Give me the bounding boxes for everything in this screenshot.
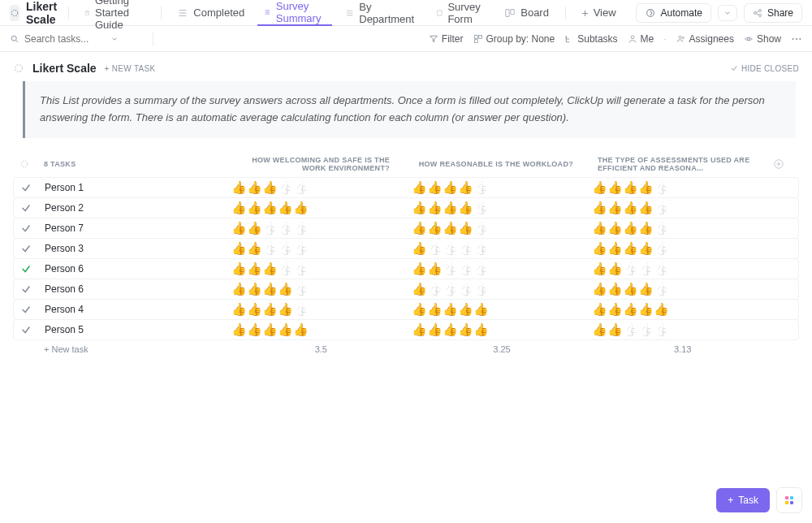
rating-cell[interactable]: 👍👍👍👍👍	[412, 323, 576, 335]
rating-cell[interactable]: 👍👍👍👍👍	[231, 323, 395, 335]
thumb-icon: 👍	[458, 242, 473, 254]
table-row[interactable]: Person 6👍👍👍👍👍👍👍👍👍👍👍👍👍👍👍	[13, 279, 799, 300]
tab-completed[interactable]: Completed	[171, 0, 251, 26]
table-row[interactable]: Person 3👍👍👍👍👍👍👍👍👍👍👍👍👍👍👍	[13, 238, 799, 259]
table-row[interactable]: Person 4👍👍👍👍👍👍👍👍👍👍👍👍👍👍👍	[13, 299, 799, 320]
rating-cell[interactable]: 👍👍👍👍👍	[592, 262, 756, 274]
svg-rect-25	[478, 35, 482, 38]
thumb-icon: 👍	[262, 242, 278, 254]
thumb-icon: 👍	[427, 201, 443, 214]
rating-cell[interactable]: 👍👍👍👍👍	[412, 262, 576, 274]
tab-survey-summary[interactable]: Survey Summary	[257, 0, 332, 26]
rating-cell[interactable]: 👍👍👍👍👍	[231, 181, 395, 193]
show-button[interactable]: Show	[744, 33, 781, 45]
check-icon[interactable]	[20, 263, 32, 274]
svg-line-23	[16, 40, 18, 41]
thumb-icon: 👍	[592, 262, 607, 274]
table-row[interactable]: Person 6👍👍👍👍👍👍👍👍👍👍👍👍👍👍👍	[13, 258, 799, 279]
tab-add-view[interactable]: + View	[575, 0, 622, 26]
thumb-icon: 👍	[473, 242, 489, 254]
add-column-icon[interactable]	[773, 158, 784, 170]
check-icon[interactable]	[20, 304, 32, 315]
status-circle-icon[interactable]	[13, 63, 24, 74]
thumb-icon: 👍	[412, 283, 427, 295]
svg-point-30	[747, 37, 749, 40]
thumb-icon: 👍	[607, 262, 623, 274]
chevron-down-icon[interactable]	[110, 35, 119, 43]
table-row[interactable]: Person 1👍👍👍👍👍👍👍👍👍👍👍👍👍👍👍	[13, 177, 799, 198]
rating-cell[interactable]: 👍👍👍👍👍	[412, 222, 576, 234]
person-icon	[628, 34, 637, 44]
status-circle-icon[interactable]	[19, 159, 29, 169]
group-by-button[interactable]: Group by: None	[473, 33, 555, 45]
new-task-footer[interactable]: + New task	[44, 344, 89, 354]
thumb-icon: 👍	[427, 303, 443, 315]
thumb-icon: 👍	[293, 283, 309, 295]
rating-cell[interactable]: 👍👍👍👍👍	[231, 222, 395, 234]
check-icon[interactable]	[20, 202, 32, 214]
rating-cell[interactable]: 👍👍👍👍👍	[412, 303, 576, 315]
thumb-icon: 👍	[638, 222, 654, 234]
thumb-icon: 👍	[638, 283, 654, 295]
hide-closed-button[interactable]: HIDE CLOSED	[730, 64, 799, 73]
check-icon[interactable]	[20, 223, 32, 234]
thumb-icon: 👍	[607, 283, 623, 295]
rating-cell[interactable]: 👍👍👍👍👍	[592, 303, 756, 315]
eye-icon	[744, 34, 754, 44]
rating-cell[interactable]: 👍👍👍👍👍	[231, 303, 395, 315]
rating-cell[interactable]: 👍👍👍👍👍	[231, 242, 395, 254]
rating-cell[interactable]: 👍👍👍👍👍	[592, 201, 756, 214]
rating-cell[interactable]: 👍👍👍👍👍	[592, 181, 756, 193]
tab-by-department[interactable]: By Department	[339, 0, 423, 26]
thumb-icon: 👍	[278, 262, 293, 274]
check-icon[interactable]	[20, 182, 32, 193]
rating-cell[interactable]: 👍👍👍👍👍	[592, 283, 756, 295]
automate-button[interactable]: Automate	[636, 3, 711, 23]
filter-button[interactable]: Filter	[429, 33, 464, 45]
table-row[interactable]: Person 7👍👍👍👍👍👍👍👍👍👍👍👍👍👍👍	[13, 218, 799, 239]
search-input[interactable]	[24, 33, 106, 45]
thumb-icon: 👍	[638, 303, 654, 315]
subtasks-button[interactable]: Subtasks	[564, 33, 617, 45]
thumb-icon: 👍	[654, 283, 669, 295]
rating-cell[interactable]: 👍👍👍👍👍	[231, 201, 395, 214]
rating-cell[interactable]: 👍👍👍👍👍	[412, 201, 576, 214]
thumb-icon: 👍	[592, 303, 607, 315]
check-icon[interactable]	[20, 243, 32, 254]
board-icon	[504, 7, 516, 19]
thumb-icon: 👍	[592, 242, 607, 254]
chevron-down-icon	[723, 9, 732, 17]
thumb-icon: 👍	[262, 323, 278, 335]
tab-survey-form[interactable]: Survey Form	[430, 0, 491, 26]
dot-separator: ·	[663, 33, 666, 45]
list-icon	[10, 5, 19, 21]
svg-point-29	[682, 37, 684, 38]
table-row[interactable]: Person 2👍👍👍👍👍👍👍👍👍👍👍👍👍👍👍	[13, 197, 799, 218]
tab-board[interactable]: Board	[498, 0, 555, 26]
automate-dropdown[interactable]	[718, 5, 737, 21]
column-header-q2[interactable]: HOW REASONABLE IS THE WORKLOAD?	[414, 160, 598, 168]
column-header-q3[interactable]: THE TYPE OF ASSESSMENTS USED ARE EFFICIE…	[598, 156, 773, 172]
rating-cell[interactable]: 👍👍👍👍👍	[592, 222, 756, 234]
tab-getting-started[interactable]: Getting Started Guide	[78, 0, 151, 26]
more-button[interactable]	[791, 33, 802, 45]
rating-cell[interactable]: 👍👍👍👍👍	[592, 242, 756, 254]
rating-cell[interactable]: 👍👍👍👍👍	[412, 242, 576, 254]
tab-label: Survey Summary	[276, 0, 326, 24]
group-title: Likert Scale	[32, 62, 97, 75]
me-button[interactable]: Me	[628, 33, 654, 45]
column-header-q1[interactable]: HOW WELCOMING AND SAFE IS THE WORK ENVIR…	[231, 156, 414, 172]
table-row[interactable]: Person 5👍👍👍👍👍👍👍👍👍👍👍👍👍👍👍	[13, 319, 799, 340]
check-icon[interactable]	[20, 324, 32, 335]
assignees-button[interactable]: Assignees	[676, 33, 734, 45]
rating-cell[interactable]: 👍👍👍👍👍	[592, 323, 756, 335]
svg-point-28	[679, 36, 681, 38]
rating-cell[interactable]: 👍👍👍👍👍	[412, 283, 576, 295]
thumb-icon: 👍	[231, 181, 247, 193]
rating-cell[interactable]: 👍👍👍👍👍	[412, 181, 576, 193]
share-button[interactable]: Share	[744, 3, 802, 23]
rating-cell[interactable]: 👍👍👍👍👍	[231, 262, 395, 274]
rating-cell[interactable]: 👍👍👍👍👍	[231, 283, 395, 295]
check-icon[interactable]	[20, 283, 32, 295]
new-task-link[interactable]: + NEW TASK	[105, 64, 156, 73]
